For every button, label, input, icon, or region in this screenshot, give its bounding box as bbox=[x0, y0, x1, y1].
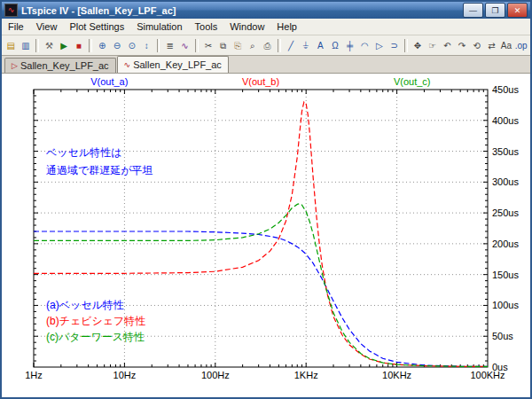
y-tick-label: 450us bbox=[492, 84, 519, 95]
tab-1[interactable]: ▷Sallen_Key_LPF_ac bbox=[4, 58, 116, 73]
menu-simulation[interactable]: Simulation bbox=[130, 19, 188, 35]
y-tick-label: 50us bbox=[492, 331, 513, 341]
toolbar-separator bbox=[195, 39, 199, 52]
y-tick-label: 150us bbox=[492, 270, 519, 280]
ground-icon[interactable]: ⏚ bbox=[298, 37, 313, 54]
print-icon[interactable]: ⎙ bbox=[260, 37, 275, 54]
restore-button[interactable]: ❐ bbox=[485, 3, 505, 18]
tab-label: Sallen_Key_LPF_ac bbox=[133, 59, 222, 70]
drag-icon-glyph: ☞ bbox=[428, 38, 436, 53]
x-tick-label: 1Hz bbox=[25, 370, 43, 380]
close-button[interactable]: ✕ bbox=[507, 3, 528, 18]
menu-window[interactable]: Window bbox=[223, 19, 270, 35]
label-icon[interactable]: A bbox=[313, 37, 328, 54]
mirror-icon[interactable]: ⇄ bbox=[484, 37, 499, 54]
component-icon-glyph: ⊃ bbox=[390, 38, 397, 53]
tabbar: ▷Sallen_Key_LPF_ac∿Sallen_Key_LPF_ac bbox=[2, 56, 530, 74]
inductor-icon-glyph: ◠ bbox=[361, 38, 369, 53]
zoom-back-icon[interactable]: ⊖ bbox=[110, 37, 125, 54]
redo-icon-glyph: ↷ bbox=[458, 38, 466, 53]
waveform-icon[interactable]: ∿ bbox=[177, 37, 192, 54]
zoom-full-icon[interactable]: ⊙ bbox=[124, 37, 139, 54]
capacitor-icon[interactable]: ╪ bbox=[342, 37, 357, 54]
y-tick-label: 200us bbox=[492, 239, 519, 249]
annotation-line-2: 通過域で群遅延が平坦 bbox=[46, 164, 153, 176]
legend-item-3: (c)バターワース特性 bbox=[46, 331, 145, 343]
drag-icon[interactable]: ☞ bbox=[425, 37, 440, 54]
label-icon-glyph: A bbox=[317, 38, 324, 53]
zoom-full-icon-glyph: ⊙ bbox=[128, 38, 135, 53]
menu-file[interactable]: File bbox=[2, 19, 30, 35]
redo-icon[interactable]: ↷ bbox=[455, 37, 470, 54]
toolbar-separator bbox=[35, 39, 39, 52]
halt-icon[interactable]: ■ bbox=[71, 37, 86, 54]
window-title: LTspice IV - [Sallen_Key_LPF_ac] bbox=[21, 5, 459, 16]
window-buttons: —❐✕ bbox=[463, 3, 528, 18]
menu-help[interactable]: Help bbox=[270, 19, 303, 35]
y-tick-label: 0us bbox=[492, 362, 508, 372]
autorange-icon[interactable]: ↕ bbox=[139, 37, 154, 54]
annotation-line-1: ベッセル特性は bbox=[46, 146, 121, 159]
diode-icon[interactable]: ▷ bbox=[372, 37, 387, 54]
control-panel-icon[interactable]: ⚒ bbox=[42, 37, 57, 54]
component-icon[interactable]: ⊃ bbox=[387, 37, 402, 54]
text-icon[interactable]: Aa bbox=[499, 37, 514, 54]
cut-icon[interactable]: ✂ bbox=[201, 37, 216, 54]
trace-label-vout_c[interactable]: V(out_c) bbox=[394, 76, 431, 87]
mirror-icon-glyph: ⇄ bbox=[488, 38, 495, 53]
find-icon[interactable]: ⌕ bbox=[246, 37, 261, 54]
netlist-icon[interactable]: ≣ bbox=[162, 37, 177, 54]
spice-directive-icon[interactable]: .op bbox=[513, 37, 528, 54]
zoom-area-icon-glyph: ⊕ bbox=[98, 38, 106, 53]
capacitor-icon-glyph: ╪ bbox=[347, 38, 353, 53]
copy-icon[interactable]: ⧉ bbox=[215, 37, 231, 54]
undo-icon-glyph: ↶ bbox=[443, 38, 450, 53]
y-tick-label: 350us bbox=[492, 146, 519, 157]
ltspice-window: ∿ LTspice IV - [Sallen_Key_LPF_ac] —❐✕ F… bbox=[0, 0, 532, 399]
move-icon[interactable]: ✥ bbox=[411, 37, 426, 54]
plot-pane: 1Hz10Hz100Hz1KHz10KHz100KHz0us50us100us1… bbox=[2, 74, 530, 399]
text-icon-glyph: Aa bbox=[501, 38, 512, 53]
schematic-tab-icon: ▷ bbox=[12, 61, 18, 70]
tab-label: Sallen_Key_LPF_ac bbox=[20, 60, 109, 71]
x-tick-label: 100Hz bbox=[201, 370, 230, 380]
waveform-tab-icon: ∿ bbox=[124, 60, 131, 69]
resistor-icon[interactable]: Ω bbox=[328, 37, 343, 54]
menu-tools[interactable]: Tools bbox=[189, 19, 224, 35]
wire-icon[interactable]: ╱ bbox=[284, 37, 299, 54]
autorange-icon-glyph: ↕ bbox=[145, 38, 149, 53]
open-icon[interactable]: ▤ bbox=[4, 37, 19, 54]
tab-2-active[interactable]: ∿Sallen_Key_LPF_ac bbox=[117, 56, 229, 73]
trace-label-vout_a[interactable]: V(out_a) bbox=[90, 76, 128, 87]
ground-icon-glyph: ⏚ bbox=[302, 38, 309, 53]
waveform-chart: 1Hz10Hz100Hz1KHz10KHz100KHz0us50us100us1… bbox=[2, 74, 530, 399]
move-icon-glyph: ✥ bbox=[414, 38, 421, 53]
rotate-icon[interactable]: ⟲ bbox=[469, 37, 484, 54]
y-tick-label: 100us bbox=[492, 300, 519, 310]
x-tick-label: 1KHz bbox=[294, 370, 318, 380]
run-icon-glyph: ▶ bbox=[60, 38, 67, 53]
menubar: FileViewPlot SettingsSimulationToolsWind… bbox=[2, 19, 530, 35]
toolbar-separator bbox=[89, 39, 92, 52]
copy-icon-glyph: ⧉ bbox=[220, 38, 226, 53]
find-icon-glyph: ⌕ bbox=[250, 38, 255, 53]
zoom-area-icon[interactable]: ⊕ bbox=[95, 37, 110, 54]
spice-directive-icon-glyph: .op bbox=[515, 38, 528, 53]
y-tick-label: 250us bbox=[492, 207, 519, 218]
paste-icon[interactable]: ⎘ bbox=[231, 37, 246, 54]
minimize-button[interactable]: — bbox=[463, 3, 483, 18]
halt-icon-glyph: ■ bbox=[76, 38, 82, 53]
undo-icon[interactable]: ↶ bbox=[440, 37, 455, 54]
run-icon[interactable]: ▶ bbox=[57, 37, 72, 54]
rotate-icon-glyph: ⟲ bbox=[473, 38, 480, 53]
menu-view[interactable]: View bbox=[30, 19, 64, 35]
trace-label-vout_b[interactable]: V(out_b) bbox=[242, 76, 279, 87]
zoom-back-icon-glyph: ⊖ bbox=[113, 38, 121, 53]
menu-plot-settings[interactable]: Plot Settings bbox=[63, 19, 130, 35]
inductor-icon[interactable]: ◠ bbox=[357, 37, 372, 54]
save-icon[interactable]: ▥ bbox=[19, 37, 34, 54]
control-panel-icon-glyph: ⚒ bbox=[45, 38, 53, 53]
legend-item-2: (b)チェビシェフ特性 bbox=[46, 315, 145, 327]
resistor-icon-glyph: Ω bbox=[332, 38, 338, 53]
toolbar-separator bbox=[157, 39, 160, 52]
